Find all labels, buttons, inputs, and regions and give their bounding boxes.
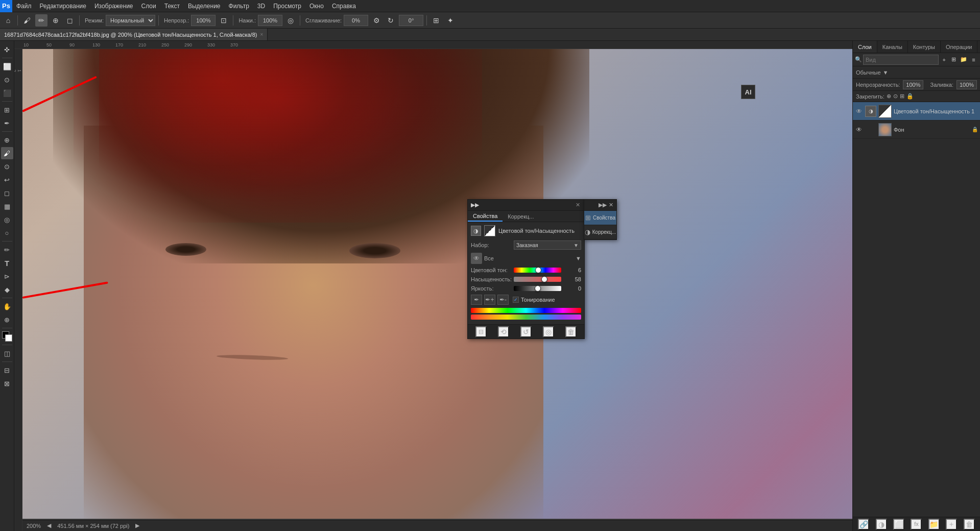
eyedropper-sample-btn[interactable]: ✒ (471, 295, 482, 305)
preset-select[interactable]: Заказная ▼ (514, 240, 581, 250)
tab-close-btn[interactable]: × (260, 32, 263, 37)
max-input[interactable] (258, 15, 282, 26)
menu-file[interactable]: Файл (12, 0, 36, 12)
blur-tool[interactable]: ◎ (1, 213, 13, 226)
foreground-bg-color[interactable] (1, 330, 13, 343)
text-tool[interactable]: T (1, 257, 13, 269)
tab-actions[interactable]: Операции (941, 41, 977, 53)
corr-mini-properties[interactable]: ⊞ Свойства (584, 211, 616, 225)
menu-window[interactable]: Окно (305, 0, 328, 12)
add-fx-btn[interactable]: fx (911, 519, 922, 530)
prev-state-btn[interactable]: ⟲ (498, 326, 509, 337)
saturation-slider[interactable] (514, 277, 561, 282)
eyedropper-tool[interactable]: ✒ (1, 117, 13, 129)
menu-edit[interactable]: Редактирование (36, 0, 90, 12)
menu-image[interactable]: Изображение (90, 0, 137, 12)
mixer-brush-btn[interactable]: ⊕ (50, 14, 62, 27)
new-group-btn[interactable]: 📁 (928, 519, 940, 530)
layers-search-input[interactable] (863, 55, 939, 65)
menu-layers[interactable]: Слои (137, 0, 160, 12)
lightness-slider[interactable] (514, 286, 561, 291)
corr-mini-corrections[interactable]: ◑ Коррекц... (584, 225, 616, 239)
reset-btn[interactable]: ↺ (520, 326, 532, 337)
home-btn[interactable]: ⌂ (2, 14, 14, 27)
menu-3d[interactable]: 3D (253, 0, 269, 12)
layers-new-group-btn[interactable]: 📁 (960, 54, 968, 66)
brush-tool[interactable]: 🖌 (1, 147, 13, 159)
props-tab-properties[interactable]: Свойства (468, 211, 503, 222)
new-layer-btn[interactable]: ＋ (946, 519, 957, 530)
path-select-tool[interactable]: ⊳ (1, 270, 13, 282)
pressure-btn[interactable]: ✦ (444, 14, 457, 27)
smooth-input[interactable] (344, 15, 368, 26)
brush-tool-btn[interactable]: 🖌 (21, 14, 33, 27)
delete-layer-btn[interactable]: 🗑 (964, 519, 975, 530)
replace-color-btn[interactable]: ◻ (64, 14, 76, 27)
frame-btn[interactable]: ⊟ (1, 364, 13, 376)
file-tab[interactable]: 16871d7684c8478caa1c172fa2bf418b.jpg @ 2… (0, 29, 268, 40)
lock-art-icon[interactable]: ⊞ (900, 93, 904, 100)
opacity-value-input[interactable] (903, 80, 923, 89)
menu-filter[interactable]: Фильтр (225, 0, 253, 12)
hand-tool[interactable]: ✋ (1, 300, 13, 312)
artboard-btn[interactable]: ⊠ (1, 377, 13, 390)
arrow-btn[interactable]: ◀ (47, 522, 51, 529)
eyedropper-sub-btn[interactable]: ✒- (497, 295, 509, 305)
link-layers-btn[interactable]: 🔗 (858, 519, 869, 530)
tab-layers[interactable]: Слои (853, 41, 877, 53)
pen-tool[interactable]: ✏ (1, 244, 13, 256)
quick-mask-btn[interactable]: ◫ (1, 347, 13, 359)
props-tab-corrections[interactable]: Коррекц... (503, 211, 539, 222)
menu-view[interactable]: Просмотр (269, 0, 305, 12)
corr-mini-expand[interactable]: ▶▶ (597, 202, 608, 208)
layers-add-btn[interactable]: + (940, 54, 948, 66)
airbrush-btn[interactable]: ◎ (284, 14, 297, 27)
rect-select-tool[interactable]: ⬜ (1, 60, 13, 73)
symmetry-btn[interactable]: ⊞ (430, 14, 442, 27)
props-close-btn[interactable]: ✕ (575, 202, 581, 208)
lock-position-icon[interactable]: ⊕ (887, 93, 891, 100)
crop-tool[interactable]: ⊞ (1, 104, 13, 116)
tab-channels[interactable]: Каналы (877, 41, 908, 53)
gradient-tool[interactable]: ▦ (1, 200, 13, 212)
tab-paths[interactable]: Контуры (908, 41, 941, 53)
dodge-tool[interactable]: ○ (1, 227, 13, 239)
mode-select[interactable]: Нормальный (106, 15, 155, 26)
shape-tool[interactable]: ◆ (1, 283, 13, 296)
angle-input[interactable] (399, 15, 423, 26)
hue-slider-thumb[interactable] (535, 267, 541, 273)
add-mask-btn[interactable]: ⬜ (893, 519, 904, 530)
corr-mini-close[interactable]: ✕ (608, 202, 614, 208)
angle-btn[interactable]: ↻ (385, 14, 397, 27)
lock-pixel-icon[interactable]: ⊙ (893, 93, 898, 100)
arrow-btn2[interactable]: ▶ (135, 522, 139, 529)
move-tool[interactable]: ✜ (1, 43, 13, 56)
canvas-content[interactable]: 200% ◀ 451.56 мм × 254 мм (72 ppi) ▶ (22, 49, 852, 531)
layers-options-btn[interactable]: ≡ (969, 54, 978, 66)
eyedropper-add-btn[interactable]: ✒+ (484, 295, 495, 305)
history-brush-tool[interactable]: ↩ (1, 174, 13, 186)
delete-adjustment-btn[interactable]: 🗑 (565, 326, 577, 337)
menu-select[interactable]: Выделение (184, 0, 225, 12)
props-expand-btn[interactable]: ▶▶ (471, 202, 575, 208)
saturation-slider-thumb[interactable] (541, 276, 547, 282)
layer-item-hue-sat[interactable]: 👁 ◑ Цветовой тон/Насыщенность 1 (853, 102, 980, 120)
lightness-slider-thumb[interactable] (535, 285, 541, 292)
opacity-input[interactable] (191, 15, 216, 26)
tab-history[interactable]: История (977, 41, 980, 53)
clip-to-layer-btn[interactable]: ⊟ (475, 326, 487, 337)
layer-visibility-bg[interactable]: 👁 (855, 126, 863, 134)
spot-heal-tool[interactable]: ⊕ (1, 134, 13, 146)
smooth-options[interactable]: ⚙ (370, 14, 383, 27)
layer-visibility-hue[interactable]: 👁 (855, 107, 863, 115)
eraser-tool[interactable]: ◻ (1, 187, 13, 199)
fill-value-input[interactable] (957, 80, 977, 89)
lasso-tool[interactable]: ⊙ (1, 74, 13, 86)
object-select-tool[interactable]: ⬛ (1, 87, 13, 99)
add-adjustment-btn[interactable]: ◑ (876, 519, 887, 530)
hue-slider[interactable] (514, 268, 561, 273)
toggle-visibility-btn[interactable]: ◎ (543, 326, 554, 337)
zoom-tool[interactable]: ⊕ (1, 313, 13, 326)
menu-text[interactable]: Текст (160, 0, 184, 12)
tonize-checkbox[interactable] (513, 297, 519, 303)
